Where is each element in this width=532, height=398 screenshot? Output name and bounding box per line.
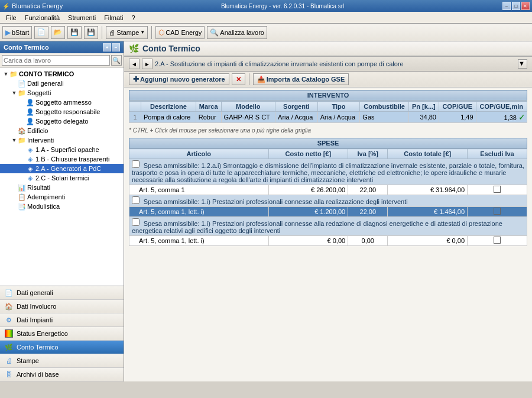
breadcrumb-menu-button[interactable]: ▼	[518, 59, 527, 69]
escludi-iva-checkbox-1[interactable]	[494, 186, 501, 193]
spese-escludi-iva-1[interactable]	[468, 185, 527, 195]
spese-iva-1: 22,00	[348, 185, 388, 195]
search-input[interactable]	[2, 55, 110, 66]
nav-conto-termico[interactable]: 🌿 Conto Termico	[0, 341, 124, 354]
col-tipo: Tipo	[317, 102, 360, 112]
import-gse-button[interactable]: 📥 Importa da Catalogo GSE	[253, 73, 349, 85]
spese-costo-netto-1: € 26.200,00	[268, 185, 348, 195]
save-icon: 💾	[70, 28, 79, 36]
tree-item-soggetti[interactable]: ▼ 📁 Soggetti	[0, 88, 124, 98]
nav-label: Dati generali	[17, 289, 53, 296]
col-modello: Modello	[221, 102, 275, 112]
nav-status-energetico[interactable]: Status Energetico	[0, 327, 124, 341]
folder-icon: 📁	[18, 136, 26, 144]
expand-icon: ▼	[11, 89, 18, 96]
col-descrizione: Descrizione	[141, 102, 196, 112]
tree-view: ▼ 📁 CONTO TERMICO 📄 Dati generali ▼ 📁 So…	[0, 68, 124, 286]
intervention-icon: ◈	[26, 145, 34, 154]
menu-file[interactable]: File	[2, 13, 20, 22]
spese-checkbox-1[interactable]	[132, 160, 140, 168]
maximize-button[interactable]: □	[512, 2, 520, 10]
search-button[interactable]: 🔍	[111, 55, 122, 66]
expand-icon	[19, 146, 26, 153]
tree-label: 1.A - Superfici opache	[35, 146, 99, 153]
tree-item-2a[interactable]: ◈ 2.A - Generatori a PdC	[0, 164, 124, 173]
nav-leaf-icon: 🌿	[5, 343, 13, 351]
intervento-table: Descrizione Marca Modello Sorgenti Tipo …	[129, 101, 527, 123]
spese-header-row: Articolo Costo netto [€] Iva [%] Costo t…	[129, 149, 527, 159]
minimize-button[interactable]: −	[502, 2, 511, 10]
nav-stampe[interactable]: 🖨 Stampe	[0, 354, 124, 368]
tree-item-soggetto-delegato[interactable]: 👤 Soggetto delegato	[0, 117, 124, 126]
analizza-lavoro-button[interactable]: 🔍 Analizza lavoro	[207, 26, 267, 39]
spese-detail-row-3[interactable]: Art. 5, comma 1, lett. i) € 0,00 0,00 € …	[129, 236, 527, 246]
tree-item-1a[interactable]: ◈ 1.A - Superfici opache	[0, 145, 124, 154]
breadcrumb-bar: ◄ ► 2.A - Sostituzione di impianti di cl…	[124, 57, 532, 72]
tree-item-risultati[interactable]: 📊 Risultati	[0, 183, 124, 192]
tree-item-soggetto-ammesso[interactable]: 👤 Soggetto ammesso	[0, 98, 124, 107]
open-button[interactable]: 📂	[51, 26, 65, 39]
menu-help[interactable]: ?	[128, 13, 139, 22]
new-button[interactable]: 📄	[34, 26, 48, 39]
cad-energy-button[interactable]: ⬡ CAD Energy	[155, 26, 205, 39]
spese-escludi-iva-2[interactable]	[468, 207, 527, 217]
main-toolbar: ▶ bStart 📄 📂 💾 💾 🖨 Stampe ▼ ⬡ CAD Energy…	[0, 24, 532, 41]
col-marca: Marca	[196, 102, 221, 112]
spese-checkbox-2[interactable]	[132, 196, 140, 204]
tree-item-1b[interactable]: ◈ 1.B - Chiusure trasparenti	[0, 154, 124, 164]
menu-funzionalita[interactable]: Funzionalità	[21, 13, 63, 22]
forms-icon: 📑	[18, 202, 26, 211]
spese-detail-row-1[interactable]: Art. 5, comma 1 € 26.200,00 22,00 € 31.9…	[129, 185, 527, 195]
content-area: INTERVENTO Descrizione Marca Modello Sor…	[124, 88, 532, 381]
bstart-icon: ▶	[5, 28, 11, 37]
tree-item-2c[interactable]: ◈ 2.C - Solari termici	[0, 173, 124, 183]
spese-checkbox-3[interactable]	[132, 218, 140, 226]
save-button[interactable]: 💾	[67, 26, 82, 39]
tree-item-conto-termico[interactable]: ▼ 📁 CONTO TERMICO	[0, 69, 124, 79]
collapse-button[interactable]: −	[112, 43, 120, 51]
nav-dati-impianti[interactable]: ⚙ Dati Impianti	[0, 313, 124, 327]
expand-button[interactable]: +	[103, 43, 111, 51]
forward-arrow[interactable]: ►	[142, 59, 153, 69]
stampe-button[interactable]: 🖨 Stampe ▼	[106, 26, 148, 39]
escludi-iva-checkbox-2[interactable]	[494, 208, 501, 215]
tree-item-dati-generali[interactable]: 📄 Dati generali	[0, 79, 124, 88]
delete-button[interactable]: ✕	[232, 73, 245, 85]
tree-item-modulistica[interactable]: 📑 Modulistica	[0, 202, 124, 211]
menu-bar: File Funzionalità Strumenti Filmati ?	[0, 12, 532, 24]
import-icon: 📥	[257, 76, 265, 83]
back-arrow[interactable]: ◄	[129, 59, 140, 69]
expand-icon	[19, 165, 26, 172]
tree-item-adempimenti[interactable]: 📋 Adempimenti	[0, 192, 124, 202]
spese-escludi-iva-3[interactable]	[468, 236, 527, 246]
col-pn: Pn [k...]	[408, 102, 439, 112]
tree-item-soggetto-responsabile[interactable]: 👤 Soggetto responsabile	[0, 107, 124, 117]
spese-costo-netto-3: € 0,00	[268, 236, 348, 246]
person-icon: 👤	[26, 117, 34, 125]
table-row[interactable]: 1 Pompa di calore Robur GAHP-AR S CT Ari…	[129, 112, 527, 123]
dropdown-icon: ▼	[140, 30, 145, 35]
save2-button[interactable]: 💾	[84, 26, 98, 39]
add-generator-button[interactable]: ✚ Aggiungi nuovo generatore	[129, 73, 229, 85]
menu-strumenti[interactable]: Strumenti	[64, 13, 99, 22]
spese-articolo-3: Art. 5, comma 1, lett. i)	[129, 236, 269, 246]
close-button[interactable]: ✕	[521, 2, 530, 10]
nav-archivi[interactable]: 🗄 Archivi di base	[0, 368, 124, 381]
bstart-button[interactable]: ▶ bStart	[2, 26, 32, 39]
nav-label: Archivi di base	[17, 371, 59, 378]
nav-dati-involucro[interactable]: 🏠 Dati Involucro	[0, 300, 124, 313]
doc-icon: 📄	[18, 79, 26, 88]
menu-filmati[interactable]: Filmati	[100, 13, 126, 22]
tree-item-interventi[interactable]: ▼ 📁 Interventi	[0, 135, 124, 145]
spese-detail-row-2[interactable]: Art. 5, comma 1, lett. i) € 1.200,00 22,…	[129, 207, 527, 217]
intervento-section: INTERVENTO Descrizione Marca Modello Sor…	[129, 90, 527, 123]
cad-label: CAD Energy	[166, 29, 202, 36]
toolbar-sep1	[102, 26, 102, 39]
escludi-iva-checkbox-3[interactable]	[494, 237, 501, 244]
printer-icon: 🖨	[109, 29, 115, 36]
col-cop: COP/GUE	[439, 102, 476, 112]
tree-item-edificio[interactable]: 🏠 Edificio	[0, 126, 124, 135]
page-title: Conto Termico	[142, 44, 200, 53]
nav-dati-generali[interactable]: 📄 Dati generali	[0, 286, 124, 300]
tree-label: Edificio	[27, 127, 48, 134]
